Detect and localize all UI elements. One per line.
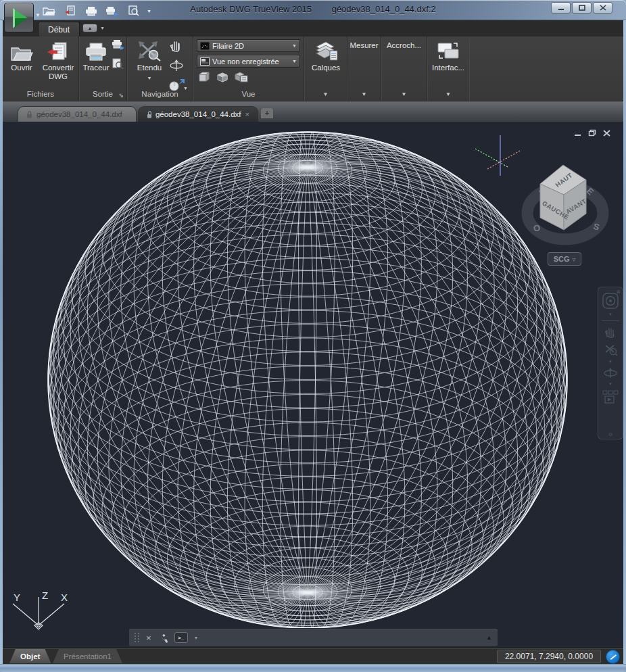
scg-label: SCG bbox=[554, 255, 570, 263]
coordinates-readout: 22.0071, 7.2940, 0.0000 bbox=[497, 650, 601, 663]
model-tab[interactable]: Objet bbox=[9, 649, 51, 663]
navigation-bar[interactable]: ⊗ ▼ ▼ ▼ ⊖ bbox=[598, 287, 623, 439]
panel-accrochage-caret-icon[interactable]: ▼ bbox=[381, 91, 427, 99]
convert-dwg-button[interactable]: Convertir DWG bbox=[39, 39, 77, 81]
zoom-extents-button[interactable]: Etendu ▼ bbox=[133, 39, 166, 82]
measure-label[interactable]: Mesurer bbox=[347, 41, 381, 49]
command-line-dock[interactable]: × >_ ▼ ▲ bbox=[128, 628, 498, 647]
panel-vue: Filaire 2D ▼ Vue non enregistrée ▼ Vue bbox=[193, 37, 304, 101]
document-title: géodev38_014_0_44.dxf:2 bbox=[332, 4, 436, 14]
navbar-more-icon[interactable]: ⊖ bbox=[598, 431, 623, 437]
ribbon-minimize-icon[interactable]: ▲ bbox=[82, 24, 97, 32]
ucs-scg-button[interactable]: SCG ▽ bbox=[548, 252, 581, 266]
plot-button[interactable]: Traceur bbox=[80, 39, 112, 72]
panel-navigation-label[interactable]: Navigation bbox=[127, 89, 193, 100]
panel-mesurer[interactable]: Mesurer ▼ bbox=[347, 37, 381, 101]
publish-icon[interactable] bbox=[105, 5, 120, 17]
convert-dwg-icon bbox=[47, 39, 70, 62]
convert-icon[interactable] bbox=[63, 5, 78, 17]
panel-calques[interactable]: Calques ▼ bbox=[304, 37, 347, 101]
visual-styles-manager-icon[interactable] bbox=[235, 72, 248, 85]
vp-close-icon[interactable] bbox=[603, 127, 610, 139]
close-button[interactable] bbox=[593, 2, 612, 14]
navigation-small-buttons: ▼ bbox=[169, 39, 187, 94]
interface-button[interactable]: Interfac... bbox=[431, 39, 466, 72]
named-view-combobox[interactable]: Vue non enregistrée ▼ bbox=[197, 55, 300, 68]
layout-tab-presentation1[interactable]: Présentation1 bbox=[53, 649, 122, 663]
extents-label: Etendu bbox=[137, 64, 162, 72]
panel-calques-caret-icon[interactable]: ▼ bbox=[304, 91, 347, 99]
drawing-viewport[interactable]: N E O S HAUT GAUCHE AVANT SCG ▽ ⊗ ▼ ▼ ▼ … bbox=[3, 122, 623, 648]
preview-icon[interactable] bbox=[126, 5, 141, 17]
open-icon[interactable] bbox=[42, 5, 57, 17]
view-tools-row bbox=[198, 72, 248, 85]
dock-grip-handle[interactable] bbox=[135, 633, 140, 642]
visual-style-icon bbox=[200, 42, 210, 50]
application-menu-caret-icon[interactable]: ▼ bbox=[35, 12, 41, 18]
application-menu-button[interactable] bbox=[4, 3, 34, 32]
open-label: Ouvrir bbox=[11, 64, 32, 72]
layers-button[interactable]: Calques bbox=[309, 39, 343, 72]
preview-page-icon[interactable] bbox=[112, 58, 125, 72]
extents-caret-icon: ▼ bbox=[147, 74, 152, 82]
app-title: Autodesk DWG TrueView 2015 bbox=[190, 4, 312, 14]
snap-label[interactable]: Accroch... bbox=[381, 41, 427, 49]
dock-close-icon[interactable]: × bbox=[146, 633, 151, 643]
ribbon-minimize-control[interactable]: ▲ ▼ bbox=[82, 24, 105, 32]
command-history-up-icon[interactable]: ▲ bbox=[486, 634, 492, 641]
panel-vue-label[interactable]: Vue bbox=[193, 89, 304, 100]
ucs-label-z: Z bbox=[42, 590, 48, 601]
navbar-orbit-caret-icon[interactable]: ▼ bbox=[608, 383, 612, 385]
convert-label-line1: Convertir bbox=[43, 64, 74, 72]
new-tab-button[interactable]: + bbox=[261, 108, 273, 118]
panel-interface-caret-icon[interactable]: ▼ bbox=[427, 91, 469, 99]
print-icon[interactable] bbox=[84, 5, 99, 17]
qat-customize-caret-icon[interactable]: ▼ bbox=[147, 9, 151, 14]
batch-plot-icon[interactable] bbox=[112, 39, 125, 53]
ribbon-minimize-caret-icon[interactable]: ▼ bbox=[100, 26, 105, 30]
doc-tab1-label: géodev38_014_0_44.dxf bbox=[37, 110, 122, 118]
dock-customize-wrench-icon[interactable] bbox=[158, 633, 168, 643]
doc-tab-inactive[interactable]: géodev38_014_0_44.dxf bbox=[18, 106, 137, 122]
navbar-showmotion-icon[interactable] bbox=[602, 390, 619, 404]
quick-access-toolbar: ▼ bbox=[42, 5, 151, 17]
window-controls bbox=[551, 2, 612, 14]
maximize-button[interactable] bbox=[572, 2, 592, 14]
layers-label: Calques bbox=[312, 64, 340, 72]
panel-mesurer-caret-icon[interactable]: ▼ bbox=[347, 91, 381, 99]
viewcube-west[interactable]: O bbox=[532, 222, 541, 234]
steering-wheel-caret-icon[interactable]: ▼ bbox=[608, 314, 612, 316]
minimize-button[interactable] bbox=[551, 2, 571, 14]
pan-hand-icon[interactable] bbox=[169, 39, 187, 55]
navbar-orbit-icon[interactable] bbox=[603, 368, 618, 379]
panel-interface[interactable]: Interfac... ▼ bbox=[427, 37, 469, 101]
steering-wheel-icon[interactable] bbox=[602, 293, 619, 309]
visual-style-combobox[interactable]: Filaire 2D ▼ bbox=[197, 39, 300, 52]
open-button[interactable]: Ouvrir bbox=[5, 39, 38, 72]
ucs-label-x: X bbox=[61, 592, 68, 603]
panel-accrochage[interactable]: Accroch... ▼ bbox=[381, 37, 427, 101]
command-prompt-button[interactable]: >_ bbox=[174, 632, 188, 643]
window-frame-bottom bbox=[0, 664, 626, 672]
command-prompt-caret-icon[interactable]: ▼ bbox=[194, 635, 199, 640]
command-input[interactable] bbox=[205, 631, 481, 644]
orbit-icon[interactable] bbox=[169, 59, 187, 74]
lock-icon bbox=[147, 111, 151, 118]
navbar-pan-icon[interactable] bbox=[604, 326, 617, 338]
panel-sortie-expander-icon[interactable]: ⇘ bbox=[118, 92, 124, 99]
box-shaded-icon[interactable] bbox=[216, 72, 228, 85]
vp-minimize-icon[interactable] bbox=[574, 127, 581, 139]
doc-tab-active[interactable]: géodev38_014_0_44.dxf × bbox=[138, 106, 258, 122]
vp-restore-icon[interactable] bbox=[588, 127, 596, 139]
panel-fichiers-label[interactable]: Fichiers bbox=[3, 89, 78, 100]
doc-tab2-label: géodev38_014_0_44.dxf bbox=[155, 110, 241, 118]
visual-style-caret-icon: ▼ bbox=[292, 43, 297, 48]
navbar-zoom-icon[interactable] bbox=[603, 343, 618, 356]
navbar-zoom-caret-icon[interactable]: ▼ bbox=[608, 361, 612, 363]
statusbar: Objet Présentation1 22.0071, 7.2940, 0.0… bbox=[3, 648, 623, 664]
doc-tab-close-icon[interactable]: × bbox=[245, 110, 249, 118]
annotation-monitor-icon[interactable] bbox=[606, 650, 620, 664]
ribbon-tab-debut[interactable]: Début bbox=[38, 22, 80, 37]
navbar-divider bbox=[602, 320, 619, 321]
box-flat-icon[interactable] bbox=[198, 72, 210, 85]
